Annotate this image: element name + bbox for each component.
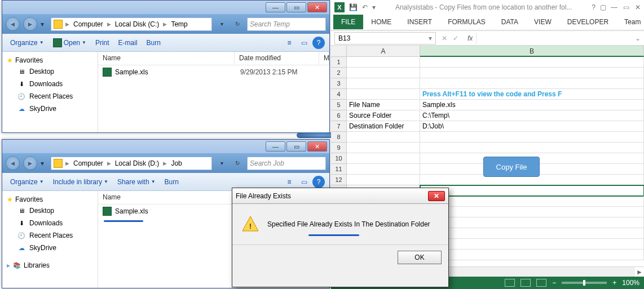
breadcrumb-dropdown[interactable]: ▾ xyxy=(215,157,228,170)
breadcrumb-item[interactable]: Computer xyxy=(72,159,104,167)
cell[interactable] xyxy=(420,78,644,89)
include-library-menu[interactable]: Include in library▼ xyxy=(50,176,112,188)
row-header[interactable]: 6 xyxy=(331,110,347,121)
breadcrumb-item[interactable]: Local Disk (C:) xyxy=(114,20,161,28)
close-button[interactable]: ✕ xyxy=(635,3,641,11)
breadcrumb-item[interactable]: Temp xyxy=(170,20,188,28)
row-header[interactable]: 5 xyxy=(331,100,347,110)
select-all-corner[interactable] xyxy=(331,46,347,57)
favorites-header[interactable]: ★Favorites xyxy=(5,55,95,65)
cell-value[interactable]: D:\Job\ xyxy=(420,121,644,132)
cell-value[interactable]: C:\Temp\ xyxy=(420,110,644,121)
breadcrumb-item[interactable]: Local Disk (D:) xyxy=(114,159,161,167)
row-header[interactable]: 3 xyxy=(331,78,347,89)
zoom-thumb[interactable] xyxy=(583,280,585,286)
cell[interactable] xyxy=(420,207,644,217)
ribbon-display-icon[interactable]: ▢ xyxy=(600,3,606,11)
file-row[interactable]: Sample.xls 9/29/2013 2:15 PM xyxy=(98,65,329,79)
cell-instruction[interactable]: Press Alt+F11 to view the code and Press… xyxy=(420,89,644,100)
breadcrumb-dropdown[interactable]: ▾ xyxy=(215,17,228,31)
cell[interactable] xyxy=(420,239,644,250)
burn-button[interactable]: Burn xyxy=(143,37,164,49)
row-header[interactable]: 11 xyxy=(331,164,347,175)
history-dropdown-icon[interactable]: ▾ xyxy=(41,159,47,167)
sidebar-item-downloads[interactable]: ⬇Downloads xyxy=(5,78,95,90)
cell-label[interactable]: Destination Folder xyxy=(347,121,420,132)
cell-label[interactable]: File Name xyxy=(347,100,420,110)
cell-label[interactable]: Source Folder xyxy=(347,110,420,121)
refresh-icon[interactable]: ↻ xyxy=(231,157,244,170)
breadcrumb[interactable]: ▶ Computer ▶ Local Disk (C:) ▶ Temp xyxy=(51,17,212,31)
forward-button[interactable]: ► xyxy=(23,17,37,31)
cell[interactable] xyxy=(347,153,420,164)
tab-data[interactable]: DATA xyxy=(493,15,526,29)
libraries-header[interactable]: ▸📚Libraries xyxy=(5,260,95,271)
col-header-b[interactable]: B xyxy=(420,46,644,57)
normal-view-icon[interactable] xyxy=(505,279,515,287)
cell[interactable] xyxy=(347,57,420,68)
help-icon[interactable]: ? xyxy=(312,37,325,49)
cell[interactable] xyxy=(420,217,644,228)
breadcrumb-item[interactable]: Computer xyxy=(72,20,104,28)
organize-menu[interactable]: Organize▼ xyxy=(7,176,47,188)
cell[interactable] xyxy=(420,68,644,78)
sidebar-item-desktop[interactable]: 🖥Desktop xyxy=(5,65,95,78)
tab-developer[interactable]: DEVELOPER xyxy=(559,15,616,29)
sidebar-item-downloads[interactable]: ⬇Downloads xyxy=(5,217,95,229)
maximize-button[interactable]: ▭ xyxy=(286,141,306,152)
row-header[interactable]: 9 xyxy=(331,143,347,153)
back-button[interactable]: ◄ xyxy=(6,156,20,170)
help-icon[interactable]: ? xyxy=(312,176,325,188)
sidebar-item-recent[interactable]: 🕘Recent Places xyxy=(5,90,95,103)
forward-button[interactable]: ► xyxy=(23,156,37,170)
undo-icon[interactable]: ↶ xyxy=(362,3,368,11)
tab-team[interactable]: Team xyxy=(616,15,644,29)
close-button[interactable]: ✕ xyxy=(307,141,327,152)
zoom-level[interactable]: 100% xyxy=(622,279,639,287)
cell[interactable] xyxy=(347,78,420,89)
cell[interactable] xyxy=(420,228,644,239)
breadcrumb-item[interactable]: Job xyxy=(170,159,183,167)
cell[interactable] xyxy=(420,143,644,153)
col-header-a[interactable]: A xyxy=(347,46,420,57)
view-options-icon[interactable]: ≡ xyxy=(283,176,295,188)
scroll-right-icon[interactable]: ► xyxy=(635,267,644,277)
row-header[interactable]: 8 xyxy=(331,132,347,143)
save-icon[interactable]: 💾 xyxy=(349,3,358,11)
cell[interactable] xyxy=(420,250,644,260)
cell-value[interactable]: Sample.xls xyxy=(420,100,644,110)
tab-view[interactable]: VIEW xyxy=(526,15,559,29)
share-with-menu[interactable]: Share with▼ xyxy=(114,176,159,188)
col-date[interactable]: Date modified xyxy=(235,52,319,65)
organize-menu[interactable]: Organize▼ xyxy=(7,37,47,49)
zoom-in-icon[interactable]: + xyxy=(612,279,616,287)
cell[interactable] xyxy=(420,132,644,143)
cell[interactable] xyxy=(347,132,420,143)
history-dropdown-icon[interactable]: ▾ xyxy=(41,20,47,28)
search-input[interactable]: Search Job xyxy=(247,157,326,170)
fx-label[interactable]: fx xyxy=(464,34,476,42)
tab-file[interactable]: FILE xyxy=(333,15,363,29)
row-header[interactable]: 7 xyxy=(331,121,347,132)
col-name[interactable]: Name xyxy=(98,52,235,65)
row-header[interactable]: 2 xyxy=(331,68,347,78)
row-header[interactable]: 12 xyxy=(331,175,347,185)
minimize-button[interactable]: — xyxy=(266,2,285,12)
tab-formulas[interactable]: FORMULAS xyxy=(440,15,493,29)
cell[interactable] xyxy=(420,57,644,68)
cell[interactable] xyxy=(347,68,420,78)
sidebar-item-skydrive[interactable]: ☁SkyDrive xyxy=(5,242,95,254)
refresh-icon[interactable]: ↻ xyxy=(231,17,244,31)
cell[interactable] xyxy=(347,89,420,100)
minimize-button[interactable]: — xyxy=(266,141,285,152)
preview-pane-icon[interactable]: ▭ xyxy=(298,37,310,49)
ok-button[interactable]: OK xyxy=(398,251,442,264)
qat-customize-icon[interactable]: ▾ xyxy=(372,3,376,11)
view-options-icon[interactable]: ≡ xyxy=(283,37,295,49)
dialog-close-button[interactable]: ✕ xyxy=(428,191,445,201)
help-icon[interactable]: ? xyxy=(592,3,596,11)
cell[interactable] xyxy=(347,143,420,153)
cell[interactable] xyxy=(420,196,644,207)
preview-pane-icon[interactable]: ▭ xyxy=(298,176,310,188)
sidebar-item-desktop[interactable]: 🖥Desktop xyxy=(5,204,95,217)
